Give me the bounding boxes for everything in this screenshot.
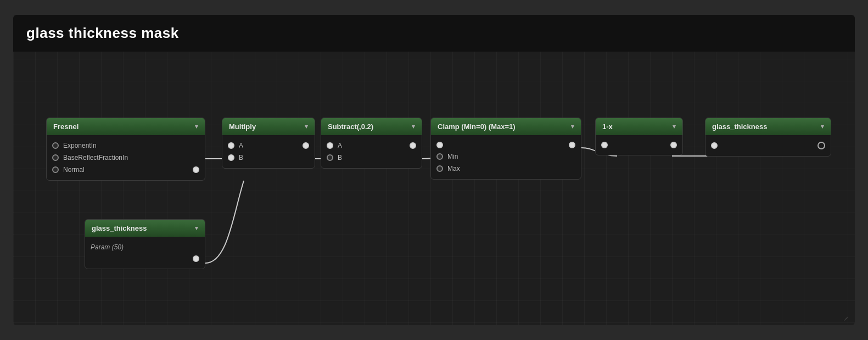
- node-multiply-label: Multiply: [229, 122, 256, 131]
- pin-sub-b-label: B: [338, 154, 342, 161]
- node-subtract-header[interactable]: Subtract(,0.2) ▾: [321, 118, 422, 135]
- pin-row-clamp-in: [431, 140, 581, 151]
- node-clamp-label: Clamp (Min=0) (Max=1): [438, 122, 516, 131]
- pin-row-oneminus-in: [596, 140, 682, 151]
- node-one-minus[interactable]: 1-x ▾: [595, 118, 683, 155]
- pin-param-out[interactable]: [193, 255, 199, 262]
- pin-oneminus-in[interactable]: [601, 142, 608, 148]
- graph-title: glass thickness mask: [26, 25, 842, 42]
- pin-clamp-min-label: Min: [447, 153, 458, 160]
- pin-row-clamp-min: Min: [431, 151, 581, 163]
- pin-clamp-out[interactable]: [569, 142, 575, 148]
- pin-out-in[interactable]: [711, 142, 718, 149]
- output-chevron-icon[interactable]: ▾: [821, 123, 824, 130]
- pin-clamp-min-in[interactable]: [436, 153, 443, 160]
- pin-row-basereflect: BaseReflectFractionIn: [47, 152, 205, 164]
- node-one-minus-header[interactable]: 1-x ▾: [596, 118, 682, 135]
- pin-row-normal: Normal: [47, 164, 205, 176]
- pin-final-out[interactable]: [817, 142, 825, 149]
- node-glass-thickness-param[interactable]: glass_thickness ▾ Param (50): [85, 219, 205, 269]
- node-graph-container: glass thickness mask Fresnel ▾: [13, 15, 855, 325]
- pin-exponent-in[interactable]: [52, 142, 59, 149]
- node-subtract-label: Subtract(,0.2): [328, 122, 373, 131]
- pin-sub-a-in[interactable]: [327, 142, 333, 149]
- pin-normal-label: Normal: [63, 166, 85, 174]
- node-clamp-header[interactable]: Clamp (Min=0) (Max=1) ▾: [431, 118, 581, 135]
- node-multiply[interactable]: Multiply ▾ A B: [222, 118, 315, 169]
- pin-row-mult-a: A: [222, 140, 315, 152]
- node-fresnel-body: ExponentIn BaseReflectFractionIn Normal: [47, 135, 205, 180]
- pin-mult-b-label: B: [239, 154, 243, 161]
- node-one-minus-body: [596, 135, 682, 155]
- pin-row-sub-a: A: [321, 140, 422, 152]
- node-fresnel-header[interactable]: Fresnel ▾: [47, 118, 205, 135]
- node-subtract-body: A B: [321, 135, 422, 168]
- subtract-chevron-icon[interactable]: ▾: [412, 123, 415, 130]
- one-minus-chevron-icon[interactable]: ▾: [673, 123, 676, 130]
- pin-row-clamp-max: Max: [431, 163, 581, 175]
- pin-clamp-in[interactable]: [436, 142, 443, 148]
- pin-clamp-max-label: Max: [447, 165, 460, 172]
- clamp-chevron-icon[interactable]: ▾: [571, 123, 574, 130]
- pin-exponent-label: ExponentIn: [63, 142, 97, 149]
- pin-fresnel-out[interactable]: [193, 166, 199, 173]
- multiply-chevron-icon[interactable]: ▾: [305, 123, 308, 130]
- node-param-body: Param (50): [85, 237, 205, 269]
- node-glass-thickness-out[interactable]: glass_thickness ▾: [705, 118, 831, 157]
- pin-sub-b-in[interactable]: [327, 154, 333, 161]
- pin-row-out-in: [705, 140, 831, 152]
- node-output-header[interactable]: glass_thickness ▾: [705, 118, 831, 135]
- pin-mult-a-label: A: [239, 142, 243, 149]
- pin-sub-a-label: A: [338, 142, 342, 149]
- canvas-area[interactable]: Fresnel ▾ ExponentIn BaseReflectFraction…: [13, 52, 855, 325]
- node-param-header[interactable]: glass_thickness ▾: [85, 220, 205, 237]
- node-output-body: [705, 135, 831, 156]
- connections-svg: [13, 52, 855, 325]
- param-sublabel: Param (50): [91, 243, 124, 251]
- chevron-icon[interactable]: ▾: [195, 123, 198, 130]
- pin-sub-out[interactable]: [410, 142, 416, 149]
- node-param-label: glass_thickness: [92, 224, 147, 232]
- pin-mult-a-in[interactable]: [228, 142, 234, 149]
- pin-mult-out[interactable]: [303, 142, 309, 149]
- pin-row-sub-b: B: [321, 152, 422, 164]
- pin-row-param-out: [85, 253, 205, 264]
- node-fresnel[interactable]: Fresnel ▾ ExponentIn BaseReflectFraction…: [46, 118, 205, 181]
- node-clamp[interactable]: Clamp (Min=0) (Max=1) ▾ Min Max: [430, 118, 581, 180]
- node-subtract[interactable]: Subtract(,0.2) ▾ A B: [321, 118, 422, 169]
- pin-row-mult-b: B: [222, 152, 315, 164]
- node-multiply-header[interactable]: Multiply ▾: [222, 118, 315, 135]
- pin-basereflect-label: BaseReflectFractionIn: [63, 154, 128, 161]
- node-fresnel-label: Fresnel: [53, 122, 79, 131]
- node-clamp-body: Min Max: [431, 135, 581, 179]
- pin-clamp-max-in[interactable]: [436, 165, 443, 172]
- title-bar: glass thickness mask: [13, 15, 855, 52]
- corner-icon: ⟋: [842, 314, 850, 324]
- pin-normal-in[interactable]: [52, 166, 59, 173]
- pin-row-exponent: ExponentIn: [47, 140, 205, 152]
- node-one-minus-label: 1-x: [602, 122, 613, 131]
- param-chevron-icon[interactable]: ▾: [195, 225, 198, 232]
- pin-row-param-sublabel: Param (50): [85, 241, 205, 253]
- pin-mult-b-in[interactable]: [228, 154, 234, 161]
- pin-oneminus-out[interactable]: [670, 142, 677, 148]
- node-multiply-body: A B: [222, 135, 315, 168]
- node-output-label: glass_thickness: [712, 122, 767, 131]
- pin-basereflect-in[interactable]: [52, 154, 59, 161]
